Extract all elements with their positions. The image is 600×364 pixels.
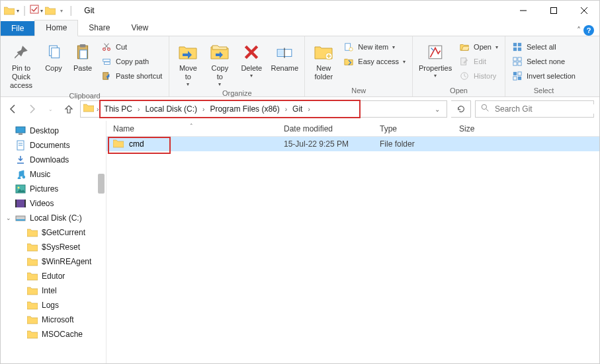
properties-button[interactable]: Properties ▾ [417,39,454,79]
svg-point-49 [18,187,20,189]
svg-point-11 [108,48,110,51]
ribbon-toggle: ˄ ? [572,25,599,36]
column-header-date[interactable]: Date modified [277,124,373,133]
copy-path-button[interactable]: Copy path [99,55,165,68]
folder-icon[interactable] [3,5,15,17]
easy-access-button[interactable]: Easy access ▾ [341,55,408,68]
breadcrumb-item[interactable]: Program Files (x86) [207,104,282,114]
rename-button[interactable]: Rename [269,39,300,73]
chevron-right-icon[interactable]: › [136,106,141,113]
address-bar[interactable]: › This PC › Local Disk (C:) › Program Fi… [80,100,447,118]
folder-icon [27,227,38,238]
move-to-icon [177,42,198,63]
paste-button[interactable]: Paste [69,39,96,73]
ribbon-group-label: New [309,85,408,96]
tree-item[interactable]: MSOCache [1,327,106,342]
breadcrumb-item[interactable]: Git [290,104,305,114]
ribbon-group-label: Organize [173,88,300,99]
history-icon [459,71,470,81]
history-button[interactable]: History [456,69,501,83]
tree-item-videos[interactable]: Videos [1,196,106,211]
copy-button[interactable]: Copy [40,39,67,73]
svg-rect-52 [24,200,26,207]
refresh-button[interactable] [451,100,471,118]
pin-to-quick-access-button[interactable]: Pin to Quick access [5,39,38,91]
tree-item-downloads[interactable]: Downloads [1,153,106,167]
search-box[interactable] [475,100,594,118]
invert-selection-button[interactable]: Invert selection [509,69,578,83]
tree-item-desktop[interactable]: Desktop [1,124,106,138]
tab-home[interactable]: Home [34,20,78,36]
file-list-pane: ˄Name Date modified Type Size cmd 15-Jul… [107,121,599,364]
back-button[interactable] [6,102,21,116]
navigation-pane[interactable]: Desktop Documents Downloads Music Pictur… [1,121,107,364]
file-row[interactable]: cmd 15-Jul-22 9:25 PM File folder [107,137,599,151]
svg-rect-8 [80,44,86,47]
tree-item-documents[interactable]: Documents [1,138,106,153]
breadcrumb-item[interactable]: Local Disk (C:) [142,104,200,114]
tree-item-music[interactable]: Music [1,167,106,182]
select-all-button[interactable]: Select all [509,40,578,54]
delete-button[interactable]: Delete ▾ [237,39,266,79]
svg-rect-50 [15,200,26,207]
tree-item[interactable]: $SysReset [1,240,106,254]
tree-item[interactable]: Edutor [1,269,106,283]
up-button[interactable] [62,102,76,116]
chevron-right-icon[interactable]: › [306,106,311,113]
svg-point-10 [103,48,106,51]
properties-check-icon[interactable] [30,5,39,17]
maximize-button[interactable] [538,1,569,20]
address-dropdown-icon[interactable]: ⌄ [431,106,444,113]
svg-rect-29 [518,43,521,46]
tab-view[interactable]: View [120,20,159,36]
svg-point-24 [349,48,353,51]
tree-item-local-disk[interactable]: ⌄Local Disk (C:) [1,211,106,225]
copy-to-button[interactable]: Copy to ▾ [205,39,234,88]
breadcrumb-item[interactable]: This PC [101,104,135,114]
tree-item[interactable]: Logs [1,298,106,312]
help-icon[interactable]: ? [583,25,594,36]
svg-rect-14 [103,59,110,62]
svg-rect-39 [518,77,521,80]
quick-access-toolbar: ▾ | ▾ ▾ | [1,5,77,17]
select-none-button[interactable]: Select none [509,55,578,68]
column-header-name[interactable]: ˄Name [107,124,277,133]
search-input[interactable] [495,104,594,114]
cut-button[interactable]: Cut [99,40,165,54]
expand-caret-icon[interactable]: ⌄ [6,215,11,221]
tab-share[interactable]: Share [78,20,120,36]
svg-rect-33 [518,57,521,61]
tree-item[interactable]: $WinREAgent [1,254,106,269]
folder-icon[interactable] [44,5,56,17]
open-button[interactable]: Open ▾ [456,40,501,54]
qat-dropdown2-icon[interactable]: ▾ [40,8,43,14]
forward-button[interactable] [24,102,39,116]
recent-locations-button[interactable]: ⌄ [43,102,58,116]
new-folder-button[interactable]: New folder [309,39,338,81]
column-header-type[interactable]: Type [373,124,452,133]
edit-button[interactable]: Edit [456,55,501,68]
new-item-button[interactable]: New item ▾ [341,40,408,54]
minimize-button[interactable] [508,1,538,20]
tree-item[interactable]: Intel [1,283,106,298]
tree-item-pictures[interactable]: Pictures [1,182,106,196]
edit-icon [459,56,470,67]
collapse-ribbon-icon[interactable]: ˄ [577,26,581,35]
qat-dropdown-icon[interactable]: ▾ [17,8,19,14]
chevron-right-icon[interactable]: › [201,106,206,113]
scrollbar-thumb[interactable] [98,174,105,194]
tab-file[interactable]: File [1,21,34,36]
chevron-down-icon: ▾ [495,44,498,50]
tree-item[interactable]: Microsoft [1,312,106,327]
qat-customize-icon[interactable]: ▾ [58,8,65,14]
chevron-right-icon[interactable]: › [284,106,288,113]
chevron-right-icon[interactable]: › [95,106,100,113]
close-button[interactable] [569,1,599,20]
invert-selection-icon [512,71,523,81]
svg-rect-2 [551,8,557,14]
paste-shortcut-button[interactable]: Paste shortcut [99,69,165,83]
tree-item[interactable]: $GetCurrent [1,225,106,240]
move-to-button[interactable]: Move to ▾ [173,39,202,88]
column-header-size[interactable]: Size [452,124,505,133]
easy-access-icon [343,56,354,67]
